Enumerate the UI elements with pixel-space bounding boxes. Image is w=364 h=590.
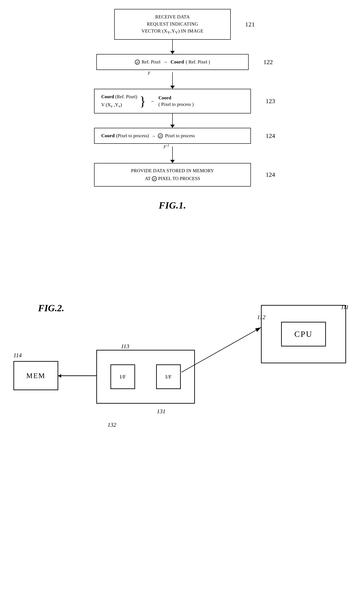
- flow-row-123: Coord (Ref. Pixel) V (Xv ,Yv) } → Coord …: [27, 89, 318, 114]
- label-131: 131: [157, 408, 166, 415]
- arrow-bus-mem: [58, 375, 97, 376]
- line-124a-124b: [172, 147, 173, 160]
- f1-label-124a: F-1: [163, 143, 169, 150]
- if-left-box: I/F: [110, 364, 135, 389]
- pixel-to-process-124b: Pixel to process: [158, 175, 200, 182]
- coord-content-122: ( Ref. Pixel ): [186, 59, 210, 65]
- ref-pixel-label: Ref. Pixel: [142, 59, 160, 65]
- label-111: 111: [341, 304, 349, 311]
- fig2-container: FIG.2. CPU 111 112 I/F I/F 113 131 132 M…: [0, 292, 364, 579]
- flow-row-124b: PROVIDE DATA STORED IN MEMORY AT @ Pixel…: [27, 163, 318, 187]
- mem-box: MEM: [13, 361, 58, 390]
- box-121: RECEIVE DATAREQUEST INDICATINGVECTOR (Xv…: [114, 9, 231, 40]
- at-prefix-124b: AT: [145, 175, 150, 182]
- arrow-124a-124b: [170, 160, 175, 163]
- at-symbol-124b: @: [152, 176, 157, 181]
- content-left-124a: (Pixel to process): [116, 133, 149, 139]
- ref-124b: 124: [266, 170, 275, 179]
- box121-text: RECEIVE DATAREQUEST INDICATINGVECTOR (Xv…: [121, 13, 224, 35]
- arrow-121-122: [170, 51, 175, 54]
- label-114: 114: [13, 352, 22, 359]
- cpu-label: CPU: [294, 329, 313, 339]
- connector-124a-124b: [170, 147, 175, 163]
- box123-right: Coord ( Pixel to process ): [158, 95, 194, 108]
- flow-row-121: RECEIVE DATAREQUEST INDICATINGVECTOR (Xv…: [27, 9, 318, 40]
- arrowhead-mem: [58, 374, 61, 378]
- label-132: 132: [108, 422, 116, 428]
- arrow-122-123: [170, 86, 175, 89]
- box123-left: Coord (Ref. Pixel) V (Xv ,Yv): [101, 93, 137, 109]
- cpu-inner-box: CPU: [281, 322, 326, 347]
- fig1-container: RECEIVE DATAREQUEST INDICATINGVECTOR (Xv…: [27, 9, 318, 211]
- ref-122: 122: [263, 58, 273, 66]
- box124b-line1: PROVIDE DATA STORED IN MEMORY: [101, 168, 244, 174]
- bus-outer-box: I/F I/F: [96, 350, 195, 404]
- box123-coord-ref: Coord (Ref. Pixel): [101, 93, 137, 101]
- flow-row-124a: Coord (Pixel to process) → @ Pixel to pr…: [27, 128, 318, 144]
- box123-content-right: ( Pixel to process ): [158, 101, 194, 108]
- at-symbol-124a: @: [158, 134, 163, 138]
- line-121-122: [172, 40, 173, 51]
- label-112: 112: [257, 314, 266, 321]
- box-123: Coord (Ref. Pixel) V (Xv ,Yv) } → Coord …: [94, 89, 251, 114]
- arrow-124a: →: [151, 133, 156, 139]
- box124b-line2: AT @ Pixel to process: [101, 175, 244, 182]
- box122-content: @ Ref. Pixel → Coord ( Ref. Pixel ): [104, 59, 241, 66]
- arrow-122: →: [163, 59, 168, 65]
- coord-left-124a: Coord: [101, 132, 115, 139]
- connector-123-124a: [170, 114, 175, 128]
- content-right-124a: Pixel to process: [165, 133, 195, 139]
- box-124b: PROVIDE DATA STORED IN MEMORY AT @ Pixel…: [94, 163, 251, 187]
- label-113: 113: [121, 343, 129, 350]
- cpu-outer-box: CPU: [261, 305, 346, 363]
- flow-row-122: @ Ref. Pixel → Coord ( Ref. Pixel ) F 12…: [27, 54, 318, 70]
- connector-121-122: [170, 40, 175, 54]
- mem-label: MEM: [26, 372, 45, 380]
- line-123-124a: [172, 114, 173, 125]
- box124a-content: Coord (Pixel to process) → @ Pixel to pr…: [101, 132, 244, 139]
- arrow-123: →: [150, 98, 154, 104]
- at-symbol-122: @: [135, 60, 140, 65]
- fig1-label: FIG.1.: [27, 200, 318, 211]
- ref-123: 123: [266, 97, 275, 106]
- box-122: @ Ref. Pixel → Coord ( Ref. Pixel ) F 12…: [96, 54, 249, 70]
- fig2-label: FIG.2.: [38, 303, 64, 314]
- flowchart: RECEIVE DATAREQUEST INDICATINGVECTOR (Xv…: [27, 9, 318, 187]
- coord-label-122: Coord: [170, 59, 184, 66]
- arrow-123-124a: [170, 125, 175, 128]
- ref-124a: 124: [266, 131, 275, 140]
- line-122-123: [172, 72, 173, 86]
- if-left-label: I/F: [120, 374, 126, 380]
- box123-v: V (Xv ,Yv): [101, 101, 137, 109]
- brace-123: }: [139, 94, 146, 108]
- connector-122-123: [170, 72, 175, 89]
- if-right-box: I/F: [156, 364, 181, 389]
- box-124a: Coord (Pixel to process) → @ Pixel to pr…: [94, 128, 251, 144]
- box123-coord-right: Coord: [158, 95, 194, 101]
- f-label-122: F: [148, 70, 150, 76]
- box123-content: Coord (Ref. Pixel) V (Xv ,Yv) } → Coord …: [101, 93, 244, 109]
- ref-121: 121: [245, 20, 255, 29]
- if-right-label: I/F: [165, 374, 172, 380]
